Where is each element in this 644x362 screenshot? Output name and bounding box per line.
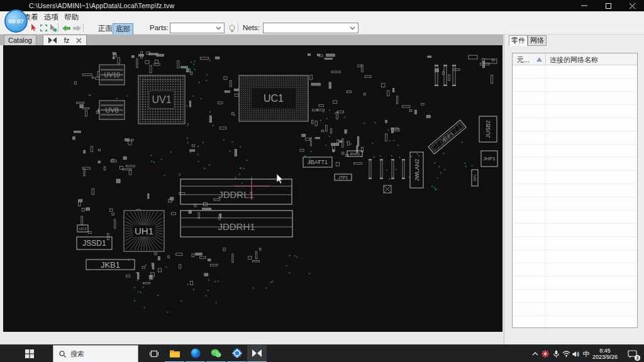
- menu-bar: 查看 选项 帮助: [0, 11, 644, 21]
- select-tool-button[interactable]: [29, 23, 39, 33]
- pcb-component[interactable]: [435, 65, 438, 86]
- menu-item-options[interactable]: 选项: [44, 13, 58, 22]
- pcb-component-jfan2[interactable]: JFAN2: [347, 151, 362, 156]
- parts-dropdown[interactable]: [170, 23, 225, 33]
- title-bar: C:\Users\ADMINI~1\AppData\Local\Temp\fz.…: [0, 0, 644, 11]
- pcb-component[interactable]: [452, 65, 456, 86]
- svg-text:JDDRL1: JDDRL1: [218, 189, 254, 200]
- close-button[interactable]: [620, 0, 644, 11]
- green-cursor-icon: [49, 24, 57, 32]
- pcb-component-jssd1[interactable]: JSSD1: [77, 237, 112, 250]
- inspector-panel: 零件 网络 元... 连接的网络名称: [504, 35, 644, 344]
- column-header-nets[interactable]: 连接的网络名称: [550, 55, 598, 65]
- tray-clock[interactable]: 8:45 2023/9/26: [590, 345, 620, 362]
- svg-text:JWLAN2: JWLAN2: [414, 159, 420, 182]
- sort-ascending-icon[interactable]: [536, 57, 542, 62]
- pcb-component-jedp1[interactable]: JEDP1: [428, 120, 466, 154]
- taskbar-search[interactable]: 搜索: [53, 345, 138, 362]
- chevron-down-icon: [350, 26, 355, 30]
- pcb-component-uv1[interactable]: UV1: [138, 75, 185, 124]
- tab-catalog-label: Catalog: [8, 36, 32, 44]
- zoom-fit-button[interactable]: [38, 23, 48, 33]
- arrow-left-icon: [62, 25, 71, 32]
- boardviewer-app-button[interactable]: [247, 345, 267, 362]
- back-button[interactable]: [61, 23, 71, 33]
- svg-text:JTP1: JTP1: [338, 175, 348, 180]
- pcb-component-uc3[interactable]: UC3: [77, 225, 88, 232]
- pcb-component[interactable]: [391, 159, 394, 179]
- tray-volume-button[interactable]: [571, 345, 581, 362]
- file-explorer-button[interactable]: [165, 345, 184, 362]
- bowtie-app-icon: [252, 349, 262, 357]
- pcb-component-uv10[interactable]: UV10: [99, 65, 125, 85]
- clock-date: 2023/9/26: [592, 354, 618, 361]
- task-view-icon: [150, 350, 158, 358]
- toolbar: 正面 底部 Parts: Nets:: [0, 21, 644, 35]
- pcb-component-jwlan2[interactable]: JWLAN2: [410, 152, 423, 188]
- timer-badge[interactable]: 00:07: [4, 9, 28, 33]
- pcb-component-uh1[interactable]: UH1: [124, 211, 164, 251]
- clock-time: 8:45: [599, 348, 611, 354]
- pcb-component-jusb2[interactable]: JUSB2: [479, 116, 497, 142]
- svg-text:JUSB2: JUSB2: [485, 120, 491, 138]
- pcb-component-uv8[interactable]: UV8: [99, 101, 125, 119]
- pcb-component-jbatt1[interactable]: JBATT1: [303, 157, 332, 167]
- toolbar-separator: [238, 23, 238, 32]
- notification-badge: 3: [635, 355, 640, 361]
- pcb-component-jddrh1[interactable]: JDDRH1: [180, 211, 292, 237]
- locate-tool-button[interactable]: [48, 23, 58, 33]
- svg-text:UV8: UV8: [105, 106, 118, 114]
- pcb-component-jmp1[interactable]: JMP1: [472, 170, 478, 186]
- svg-text:UH1: UH1: [135, 226, 153, 236]
- flower-icon: [541, 350, 549, 358]
- pcb-component-jddrl1[interactable]: JDDRL1: [180, 179, 292, 204]
- board-canvas[interactable]: UV10UV8UV1UC1UH1UC3JSSD1JKB1JDDRL1JDDRH1…: [3, 45, 502, 332]
- tray-expand-button[interactable]: [530, 345, 540, 362]
- panel-tab-parts[interactable]: 零件: [509, 35, 528, 46]
- edge-browser-button[interactable]: [186, 345, 205, 362]
- windows-taskbar: 搜索: [0, 344, 644, 362]
- panel-tab-parts-label: 零件: [511, 36, 525, 45]
- bowtie-app-icon: [48, 37, 57, 43]
- pcb-component[interactable]: [469, 55, 477, 59]
- pcb-component[interactable]: [380, 159, 383, 179]
- pcb-component[interactable]: [402, 159, 405, 179]
- forward-button[interactable]: [72, 23, 82, 33]
- parts-table-body[interactable]: [513, 65, 637, 327]
- start-button[interactable]: [19, 345, 40, 362]
- column-header-component[interactable]: 元...: [517, 55, 530, 65]
- tray-wifi-button[interactable]: [561, 345, 571, 362]
- pcb-component[interactable]: [384, 185, 391, 193]
- tab-document-fz[interactable]: fz: [43, 35, 87, 45]
- pcb-component-uc1[interactable]: UC1: [239, 75, 308, 121]
- toolbar-separator: [83, 23, 84, 32]
- pcb-component[interactable]: [369, 159, 372, 179]
- chevron-up-icon: [532, 352, 538, 356]
- highlight-parts-button[interactable]: [227, 24, 237, 33]
- tray-microphone-button[interactable]: [551, 345, 561, 362]
- task-view-button[interactable]: [144, 345, 164, 362]
- pcb-component[interactable]: [443, 65, 447, 86]
- nets-dropdown[interactable]: [263, 23, 358, 33]
- notification-center-button[interactable]: 3: [623, 345, 641, 362]
- pcb-component-jkb1[interactable]: JKB1: [86, 260, 135, 270]
- bottom-side-button[interactable]: 底部: [113, 23, 133, 35]
- parts-label: Parts:: [150, 24, 169, 31]
- wechat-button[interactable]: [206, 345, 226, 362]
- edge-icon: [191, 348, 201, 358]
- pcb-component-jtp1[interactable]: JTP1: [335, 174, 352, 180]
- crosshair-app-button[interactable]: [227, 345, 247, 362]
- tray-antivirus-button[interactable]: [540, 345, 550, 362]
- tab-catalog[interactable]: Catalog: [4, 35, 36, 45]
- tab-close-icon[interactable]: [76, 38, 82, 43]
- pcb-component-jhp1[interactable]: JHP1: [481, 151, 497, 167]
- minimize-button[interactable]: [572, 0, 596, 11]
- svg-text:JFAN2: JFAN2: [350, 152, 360, 156]
- close-icon: [630, 3, 635, 9]
- menu-item-help[interactable]: 帮助: [64, 13, 79, 22]
- search-placeholder: 搜索: [70, 349, 84, 359]
- maximize-button[interactable]: [596, 0, 620, 11]
- column-divider[interactable]: [545, 54, 546, 65]
- panel-tab-nets[interactable]: 网络: [528, 35, 547, 46]
- app-window: C:\Users\ADMINI~1\AppData\Local\Temp\fz.…: [0, 0, 644, 362]
